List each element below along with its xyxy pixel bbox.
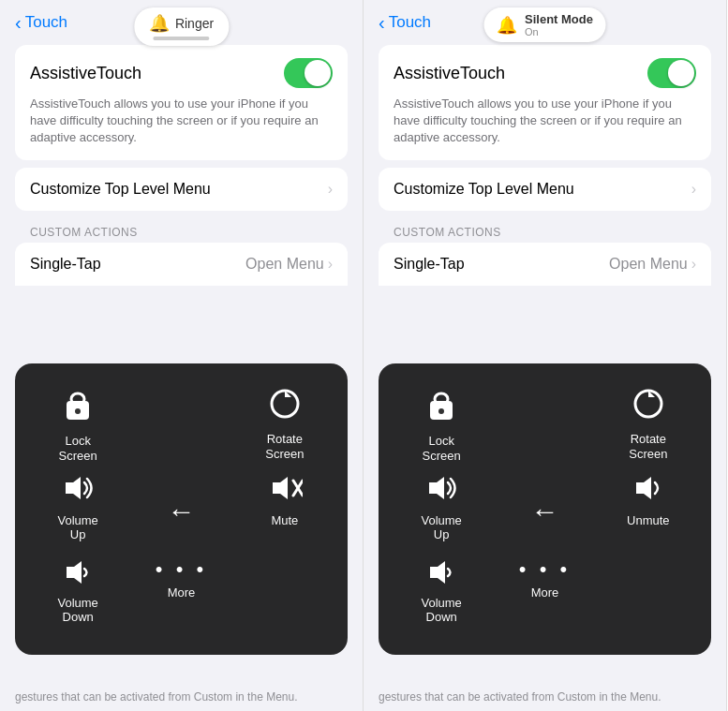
panel2-customize-menu[interactable]: Customize Top Level Menu › [379,168,711,211]
panel2-open-menu-chevron: › [691,256,696,273]
panel1-volume-down-label: VolumeDown [57,596,97,625]
panel2-more-icon: • • • [519,559,571,580]
panel2-section-header: CUSTOM ACTIONS [364,218,726,243]
panel1-at-popup: LockScreen RotateScreen [15,363,348,655]
panel2-lock-screen-label: LockScreen [423,434,461,463]
panel1-volume-up-label: VolumeUp [57,513,97,542]
ringer-bar [154,37,210,40]
panel1-assistive-desc: AssistiveTouch allows you to use your iP… [30,96,333,147]
ringer-bell-icon: 🔔 [149,13,170,34]
panel2-lock-screen-icon [424,386,458,428]
panel2-rotate-screen-label: RotateScreen [629,432,667,461]
panel2-volume-up-label: VolumeUp [421,513,461,542]
panel2-customize-label: Customize Top Level Menu [394,181,574,198]
panel-2: ‹ Touch 🔔 Silent Mode On AssistiveTouch … [364,0,727,711]
panel1-back-label[interactable]: Touch [25,13,67,32]
panel1-arrow-icon: ← [167,496,195,527]
panel2-volume-up-icon [423,473,459,508]
panel1-settings: AssistiveTouch AssistiveTouch allows you… [0,45,363,286]
svg-marker-4 [66,477,81,499]
panel2-at-grid: LockScreen RotateScreen [394,386,696,636]
panel2-at-popup: LockScreen RotateScreen [379,363,711,655]
panel1-assistive-card: AssistiveTouch AssistiveTouch allows you… [15,45,348,160]
panel2-volume-up-item[interactable]: VolumeUp [421,473,461,550]
panel2-unmute-item[interactable]: Unmute [627,473,670,550]
panel2-unmute-label: Unmute [627,513,670,528]
panel1-single-tap-row[interactable]: Single-Tap Open Menu › [15,243,348,286]
svg-point-11 [438,408,444,414]
panel2-single-tap-label: Single-Tap [394,256,465,273]
silent-text-block: Silent Mode On [525,12,593,37]
panel1-footer: gestures that can be activated from Cust… [0,684,363,711]
panel2-customize-chevron: › [691,181,696,198]
svg-marker-15 [430,561,445,584]
panel2-assistive-desc: AssistiveTouch allows you to use your iP… [394,96,696,147]
panel2-rotate-screen-icon [631,386,666,426]
panel1-assistive-toggle[interactable] [284,58,333,88]
panel2-single-tap-row[interactable]: Single-Tap Open Menu › [379,243,711,286]
svg-marker-14 [636,477,651,499]
silent-bell-icon: 🔔 [497,15,517,36]
ringer-label: Ringer [175,16,214,31]
panel2-settings: AssistiveTouch AssistiveTouch allows you… [364,45,726,286]
panel1-mute-label: Mute [271,513,298,528]
panel2-lock-screen-item[interactable]: LockScreen [423,386,461,463]
panel2-arrow-icon: ← [530,496,558,527]
svg-point-2 [75,408,81,414]
panel2-back-button[interactable]: ‹ Touch [379,13,431,32]
panel1-arrow-item[interactable]: ← [167,473,195,550]
panel2-assistive-title: AssistiveTouch [394,64,505,83]
panel1-header: ‹ Touch 🔔 Ringer [0,0,363,37]
panel2-silent-label: Silent Mode [525,12,593,26]
rotate-screen-icon [267,386,303,426]
unmute-icon [631,473,666,508]
panel1-section-header: CUSTOM ACTIONS [0,218,363,243]
panel1-open-menu-label: Open Menu [245,256,324,273]
panel1-at-grid: LockScreen RotateScreen [30,386,333,636]
panel2-volume-down-icon [426,559,456,590]
panel2-back-label[interactable]: Touch [389,13,431,32]
panel1-mute-item[interactable]: Mute [267,473,303,550]
panel2-back-chevron-icon: ‹ [379,13,385,32]
panel2-rotate-screen-item[interactable]: RotateScreen [629,386,667,463]
panel2-silent-sub: On [525,26,593,37]
panel1-volume-down-item[interactable]: VolumeDown [57,559,97,636]
panel2-arrow-item[interactable]: ← [530,473,558,550]
panel1-single-tap-label: Single-Tap [30,256,101,273]
panel1-more-item[interactable]: • • • More [156,559,207,636]
panel1-back-button[interactable]: ‹ Touch [15,13,67,32]
panel2-more-label: More [531,585,559,600]
panel2-header: ‹ Touch 🔔 Silent Mode On [364,0,726,37]
more-icon: • • • [156,559,207,580]
back-chevron-icon: ‹ [15,13,22,32]
mute-icon [267,473,303,508]
panel2-silent-pill: 🔔 Silent Mode On [483,7,606,42]
svg-marker-13 [429,477,444,499]
svg-marker-5 [273,477,288,499]
panel1-more-label: More [168,585,196,600]
panel1-lock-screen-label: LockScreen [59,434,97,463]
panel-1: ‹ Touch 🔔 Ringer AssistiveTouch Assistiv… [0,0,364,711]
panel2-assistive-toggle[interactable] [647,58,696,88]
panel2-assistive-card: AssistiveTouch AssistiveTouch allows you… [379,45,711,160]
panel2-footer: gestures that can be activated from Cust… [364,684,726,711]
panel1-rotate-screen-label: RotateScreen [265,432,304,461]
lock-screen-icon [61,386,95,428]
panel1-lock-screen-item[interactable]: LockScreen [59,386,97,463]
panel1-volume-up-item[interactable]: VolumeUp [57,473,97,550]
panel1-ringer-pill: 🔔 Ringer [134,7,229,46]
panel2-volume-down-item[interactable]: VolumeDown [421,559,461,636]
panel1-rotate-screen-item[interactable]: RotateScreen [265,386,304,463]
panel1-open-menu-chevron: › [328,256,333,273]
panel1-customize-label: Customize Top Level Menu [30,181,211,198]
panel1-assistive-row: AssistiveTouch [30,58,333,88]
svg-marker-8 [67,561,82,584]
panel2-open-menu-label: Open Menu [609,256,688,273]
panel1-customize-menu[interactable]: Customize Top Level Menu › [15,168,348,211]
panel2-assistive-row: AssistiveTouch [394,58,696,88]
volume-down-icon [63,559,93,590]
panel2-more-item[interactable]: • • • More [519,559,571,636]
panel1-assistive-title: AssistiveTouch [30,64,141,83]
panel2-volume-down-label: VolumeDown [421,596,461,625]
panel1-customize-chevron: › [328,181,333,198]
